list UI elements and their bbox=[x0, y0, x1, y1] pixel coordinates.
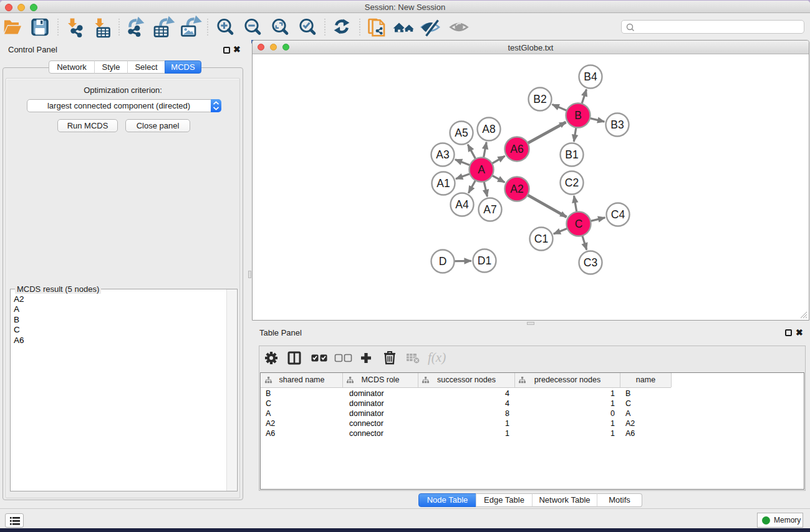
svg-text:C: C bbox=[575, 218, 583, 230]
svg-text:A8: A8 bbox=[482, 123, 495, 135]
svg-text:C1: C1 bbox=[534, 233, 548, 245]
svg-text:B1: B1 bbox=[565, 148, 578, 161]
svg-text:A2: A2 bbox=[510, 183, 523, 195]
svg-text:A7: A7 bbox=[483, 203, 496, 216]
svg-text:B: B bbox=[574, 109, 582, 122]
svg-text:D1: D1 bbox=[478, 254, 491, 267]
svg-text:B3: B3 bbox=[610, 118, 624, 131]
svg-text:B4: B4 bbox=[584, 70, 597, 83]
svg-text:B2: B2 bbox=[533, 93, 546, 105]
svg-text:A6: A6 bbox=[510, 143, 523, 155]
svg-text:C2: C2 bbox=[565, 177, 579, 189]
svg-text:A: A bbox=[478, 163, 485, 176]
svg-text:C3: C3 bbox=[584, 256, 597, 269]
svg-text:C4: C4 bbox=[611, 208, 625, 221]
